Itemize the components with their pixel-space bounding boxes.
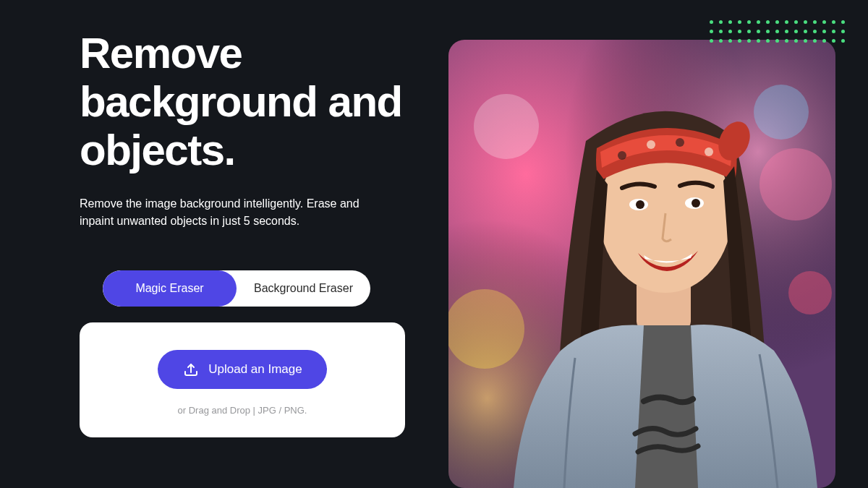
upload-icon	[182, 361, 200, 378]
page-headline: Remove background and objects.	[80, 29, 405, 175]
svg-point-13	[676, 138, 684, 147]
svg-point-7	[448, 289, 524, 369]
svg-point-12	[647, 140, 655, 149]
svg-point-14	[705, 147, 713, 156]
svg-point-11	[618, 151, 626, 160]
svg-point-4	[474, 94, 539, 159]
page-subheadline: Remove the image background intelligentl…	[80, 195, 369, 231]
svg-point-6	[760, 148, 832, 221]
hero-sample-image	[448, 40, 835, 488]
svg-point-19	[692, 199, 700, 207]
tab-magic-eraser[interactable]: Magic Eraser	[103, 270, 237, 307]
upload-button-label: Upload an Image	[208, 362, 302, 377]
tab-background-eraser[interactable]: Background Eraser	[237, 270, 370, 307]
upload-card[interactable]: Upload an Image or Drag and Drop | JPG /…	[80, 322, 405, 437]
mode-toggle: Magic Eraser Background Eraser	[103, 270, 370, 307]
svg-point-8	[788, 271, 832, 314]
svg-point-5	[754, 85, 809, 140]
svg-point-17	[636, 200, 644, 209]
decorative-dot-grid	[710, 20, 845, 43]
upload-button[interactable]: Upload an Image	[158, 350, 326, 389]
drag-drop-hint: or Drag and Drop | JPG / PNG.	[178, 405, 307, 416]
